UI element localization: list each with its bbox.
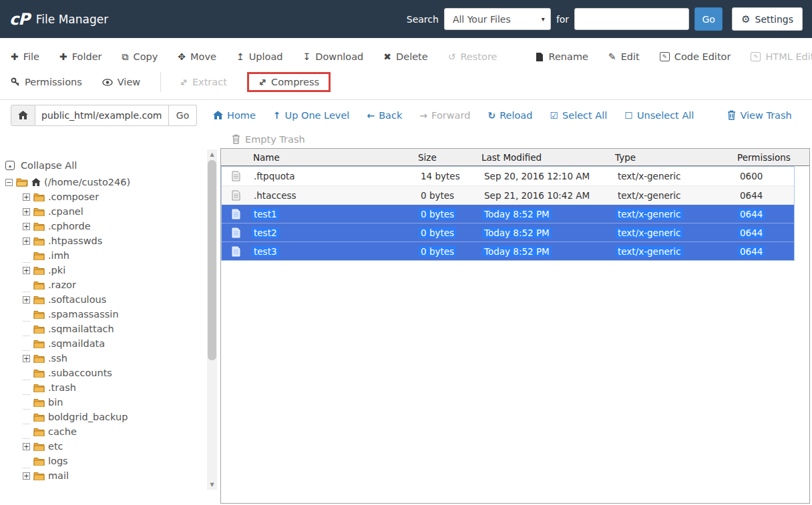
download-button[interactable]: ↧ Download [303, 51, 364, 62]
folder-icon [33, 413, 45, 422]
search-go-button[interactable]: Go [694, 7, 723, 31]
file-perms-cell: 0644 [738, 246, 765, 257]
tree-item[interactable]: boldgrid_backup [0, 410, 220, 424]
tree-item[interactable]: .cphorde [0, 219, 220, 233]
column-header-size[interactable]: Size [418, 152, 481, 163]
table-row[interactable]: .ftpquota 14 bytes Sep 20, 2016 12:10 AM… [222, 167, 794, 185]
expand-icon[interactable] [23, 472, 30, 480]
tree-connector [23, 329, 30, 336]
view-trash-link[interactable]: View Trash [727, 110, 791, 121]
path-home-button[interactable] [11, 105, 35, 126]
compress-button[interactable]: ↔ Compress [247, 72, 331, 92]
scrollbar-up-icon[interactable]: ▲ [207, 149, 217, 159]
tree-item[interactable]: .razor [0, 278, 220, 292]
expand-icon[interactable] [23, 267, 30, 274]
extract-icon: ↔ [177, 75, 190, 89]
table-row-selected[interactable]: test3 0 bytes Today 8:52 PM text/x-gener… [222, 241, 794, 260]
expand-icon[interactable] [23, 237, 30, 245]
cpanel-logo-icon: cP [9, 10, 29, 29]
tree-connector [23, 373, 30, 380]
compress-icon: ↔ [256, 75, 269, 89]
tree-item[interactable]: .softaculous [0, 292, 220, 307]
column-header-permissions[interactable]: Permissions [737, 152, 791, 163]
file-button[interactable]: ✚ File [11, 51, 39, 62]
file-name-cell: test2 [252, 227, 419, 238]
plus-icon: ✚ [59, 51, 67, 62]
tree-item[interactable]: .imh [0, 248, 220, 263]
tree-item-label: .cphorde [48, 221, 91, 231]
select-all-link[interactable]: ☑ Select All [550, 110, 607, 121]
html-editor-label: HTML Editor [765, 51, 812, 62]
folder-icon [33, 340, 45, 348]
search-scope-select[interactable]: All Your Files ▾ [444, 8, 551, 30]
edit-button[interactable]: ✎ Edit [608, 51, 640, 62]
collapse-expander[interactable] [5, 179, 13, 186]
home-link[interactable]: Home [213, 110, 256, 121]
column-header-modified[interactable]: Last Modified [481, 152, 615, 163]
document-icon [232, 171, 252, 181]
upload-button[interactable]: ↥ Upload [236, 51, 283, 62]
reload-link[interactable]: ↻ Reload [487, 110, 532, 121]
restore-label: Restore [460, 51, 497, 62]
tree-root[interactable]: (/home/custo246) [0, 175, 220, 189]
tree-item[interactable]: .spamassassin [0, 307, 220, 322]
tree-item[interactable]: .ssh [0, 351, 220, 366]
collapse-all-button[interactable]: ▴ Collapse All [0, 157, 220, 175]
tree-item-label: bin [48, 397, 63, 408]
table-row-selected[interactable]: test1 0 bytes Today 8:52 PM text/x-gener… [222, 204, 794, 223]
delete-button[interactable]: ✖ Delete [383, 51, 427, 62]
column-header-name[interactable]: Name [253, 152, 418, 163]
expand-icon[interactable] [23, 296, 30, 304]
copy-button[interactable]: ⧉ Copy [122, 51, 158, 63]
navigation-bar: Go Home ↑ Up One Level ← Back → Forward … [0, 100, 812, 130]
back-link[interactable]: ← Back [367, 110, 402, 121]
column-header-type[interactable]: Type [615, 152, 737, 163]
expand-icon[interactable] [23, 355, 30, 362]
tree-item[interactable]: .sqmailattach [0, 322, 220, 336]
scrollbar-thumb[interactable] [208, 160, 216, 360]
delete-icon: ✖ [383, 51, 391, 62]
table-row[interactable]: .htaccess 0 bytes Sep 21, 2016 10:42 AM … [222, 185, 794, 204]
search-input[interactable] [574, 8, 689, 30]
path-go-button[interactable]: Go [169, 105, 197, 126]
tree-scrollbar[interactable]: ▲ ▼ [207, 149, 217, 490]
html-editor-icon: ✎ [751, 52, 761, 61]
table-row-selected[interactable]: test2 0 bytes Today 8:52 PM text/x-gener… [222, 223, 794, 241]
tree-item[interactable]: .cpanel [0, 204, 220, 219]
file-size-cell: 14 bytes [419, 171, 482, 181]
scrollbar-down-icon[interactable]: ▼ [207, 480, 217, 490]
toolbar: ✚ File ✚ Folder ⧉ Copy ✥ Move ↥ Upload ↧… [0, 38, 812, 100]
path-input[interactable] [35, 105, 169, 126]
expand-icon[interactable] [23, 223, 30, 230]
tree-item-label: .pki [48, 265, 65, 276]
up-one-level-link[interactable]: ↑ Up One Level [273, 110, 350, 121]
tree-item[interactable]: bin [0, 395, 220, 410]
expand-icon[interactable] [23, 443, 30, 450]
settings-button[interactable]: ⚙ Settings [732, 7, 803, 31]
tree-item[interactable]: .sqmaildata [0, 336, 220, 351]
rename-button[interactable]: Rename [536, 51, 588, 62]
tree-item[interactable]: .composer [0, 189, 220, 204]
code-editor-button[interactable]: ✎ Code Editor [660, 51, 731, 62]
move-button[interactable]: ✥ Move [178, 51, 216, 62]
tree-item[interactable]: .trash [0, 380, 220, 395]
tree-item[interactable]: .htpasswds [0, 233, 220, 248]
permissions-button[interactable]: Permissions [11, 77, 82, 87]
folder-button[interactable]: ✚ Folder [59, 51, 102, 62]
tree-item[interactable]: cache [0, 424, 220, 439]
tree-item[interactable]: mail [0, 468, 220, 483]
folder-icon [33, 325, 45, 334]
view-button[interactable]: View [102, 77, 140, 87]
tree-connector [23, 388, 30, 395]
search-scope-value: All Your Files [453, 14, 511, 25]
search-label: Search [407, 14, 439, 25]
tree-item[interactable]: etc [0, 439, 220, 454]
tree-item[interactable]: .subaccounts [0, 366, 220, 380]
expand-icon[interactable] [23, 208, 30, 215]
tree-item[interactable]: logs [0, 454, 220, 468]
copy-icon: ⧉ [122, 51, 129, 63]
tree-item[interactable]: .pki [0, 263, 220, 278]
unselect-all-link[interactable]: ☐ Unselect All [624, 110, 694, 121]
tree-root-label: (/home/custo246) [44, 177, 130, 187]
expand-icon[interactable] [23, 193, 30, 201]
